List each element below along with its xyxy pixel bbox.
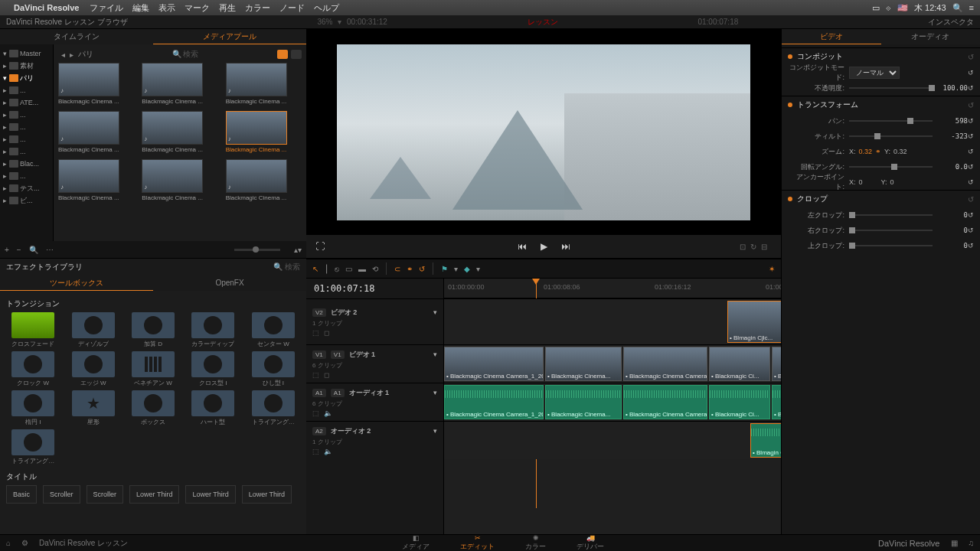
clip-thumb[interactable]: ♪Blackmagic Cinema ... <box>226 111 302 153</box>
audio-clip[interactable]: • Black... <box>772 385 781 419</box>
clip-thumb[interactable]: ♪Blackmagic Cinema ... <box>142 159 217 201</box>
page-color[interactable]: ✺カラー <box>525 534 546 551</box>
video-clip[interactable]: • Blackmagic Cinema Camera... <box>623 347 707 381</box>
track-a2[interactable]: • Blmagin Cjlc Cin Cin Cer... <box>444 421 781 459</box>
title-preset[interactable]: Lower Third <box>242 485 292 504</box>
wifi-icon[interactable]: ⟐ <box>886 3 891 12</box>
next-clip-icon[interactable]: ⏭ <box>561 241 570 252</box>
ripple-icon[interactable]: ↺ <box>419 265 425 273</box>
audio-clip[interactable]: • Blackmagic Cinema Camera_1_201... <box>444 385 544 419</box>
overwrite-icon[interactable]: ▬ <box>358 265 366 273</box>
crop-top-slider[interactable] <box>849 245 933 246</box>
clip-thumb[interactable]: ♪Blackmagic Cinema ... <box>142 111 217 153</box>
title-preset[interactable]: Scroller <box>43 485 80 504</box>
video-clip[interactable]: • Blackmagic Ci... <box>709 347 770 381</box>
viewer-zoom[interactable]: 36% <box>317 18 332 26</box>
video-clip[interactable]: • Black... <box>772 347 781 381</box>
add-bin-icon[interactable]: + <box>5 246 9 254</box>
clip-thumb[interactable]: ♪Blackmagic Cinema ... <box>142 63 217 105</box>
mute-icon[interactable]: 🔈 <box>324 409 332 417</box>
tab-openfx[interactable]: OpenFX <box>153 276 306 291</box>
zoom-x-value[interactable]: 0.32 <box>859 148 873 155</box>
fx-item[interactable]: 加算 D <box>126 312 180 348</box>
tab-video[interactable]: ビデオ <box>782 29 881 44</box>
project-settings-icon[interactable]: ⚙ <box>21 539 28 547</box>
fx-item[interactable]: ハート型 <box>186 390 240 426</box>
audio-clip[interactable]: • Blmagin Cjlc Cin Cin Cer... <box>750 423 781 458</box>
spotlight-icon[interactable]: 🔍 <box>952 3 963 13</box>
fx-item[interactable]: カラーディップ <box>186 312 240 348</box>
pan-slider[interactable] <box>849 120 933 122</box>
fx-item[interactable]: クロスフェード <box>6 312 60 348</box>
clip-thumb[interactable]: ♪Blackmagic Cinema ... <box>226 159 302 201</box>
bin-list[interactable]: ▾Master ▸素材 ▾パリ ▸... ▸ATE... ▸... ▸... ▸… <box>0 44 54 241</box>
fx-item[interactable]: トライアングル右 <box>6 429 60 465</box>
disable-icon[interactable]: ◻ <box>324 329 329 337</box>
flag-icon[interactable]: 🇺🇸 <box>897 3 908 13</box>
link-zoom-icon[interactable]: ⚭ <box>875 148 881 155</box>
tab-timeline[interactable]: タイムライン <box>0 29 153 44</box>
notification-icon[interactable]: ≡ <box>969 3 974 12</box>
tab-mediapool[interactable]: メディアプール <box>153 29 306 44</box>
fullscreen-icon[interactable]: ⛶ <box>315 241 325 252</box>
fx-item[interactable]: ボックス <box>126 390 180 426</box>
fx-item[interactable]: ★星形 <box>66 390 119 426</box>
fx-item[interactable]: エッジ W <box>66 351 119 387</box>
composite-mode-select[interactable]: ノーマル <box>849 67 900 79</box>
play-icon[interactable]: ▶ <box>541 241 547 252</box>
opacity-slider[interactable] <box>849 87 933 89</box>
mixer-icon[interactable]: ✶ <box>769 265 775 273</box>
fx-search[interactable]: 🔍 検索 <box>273 262 300 272</box>
track-v1[interactable]: • Blackmagic Cinema Camera_1_201...• Bla… <box>444 344 781 383</box>
track-a1[interactable]: • Blackmagic Cinema Camera_1_201...• Bla… <box>444 383 781 421</box>
search-icon[interactable]: 🔍 <box>29 246 38 254</box>
audio-clip[interactable]: • Blackmagic Ci... <box>709 385 770 419</box>
home-icon[interactable]: ⌂ <box>6 539 11 547</box>
layout-icon[interactable]: ▦ <box>951 539 958 547</box>
rotation-slider[interactable] <box>849 166 933 168</box>
menu-view[interactable]: 表示 <box>158 2 175 14</box>
track-v2[interactable]: • Blmagin Cjlc... <box>444 298 781 344</box>
fx-item[interactable]: クロス型 I <box>186 351 240 387</box>
crop-left-slider[interactable] <box>849 214 933 216</box>
menu-playback[interactable]: 再生 <box>219 2 236 14</box>
reset-icon[interactable]: ↺ <box>968 53 974 61</box>
airplay-icon[interactable]: ▭ <box>872 3 880 13</box>
title-preset[interactable]: Basic <box>6 485 37 504</box>
lock-icon[interactable]: ⬚ <box>312 329 319 337</box>
tilt-slider[interactable] <box>849 135 933 137</box>
menu-color[interactable]: カラー <box>245 2 270 14</box>
clip-thumb[interactable]: ♪Blackmagic Cinema ... <box>58 159 134 201</box>
fx-item[interactable]: トライアングル左 <box>247 390 300 426</box>
tab-audio[interactable]: オーディオ <box>881 29 981 44</box>
clip-thumb[interactable]: ♪Blackmagic Cinema ... <box>226 63 302 105</box>
title-preset[interactable]: Lower Third <box>129 485 179 504</box>
page-deliver[interactable]: 🚚デリバー <box>577 534 604 551</box>
menu-mark[interactable]: マーク <box>185 2 210 14</box>
fx-item[interactable]: ベネチアン W <box>126 351 180 387</box>
timeline-ruler[interactable]: 01:00:00:00 01:00:08:06 01:00:16:12 01:0… <box>444 279 781 298</box>
audio-clip[interactable]: • Blackmagic Cinema Camera... <box>623 385 707 419</box>
anchor-x-value[interactable]: 0 <box>859 178 863 186</box>
title-preset[interactable]: Scroller <box>87 485 124 504</box>
snap-icon[interactable]: ⊂ <box>394 265 400 273</box>
anchor-y-value[interactable]: 0 <box>890 178 894 186</box>
grid-view-icon[interactable] <box>277 50 288 59</box>
crop-right-slider[interactable] <box>849 230 933 231</box>
audio-clip[interactable]: • Blackmagic Cinema... <box>545 385 622 419</box>
video-clip[interactable]: • Blackmagic Cinema... <box>545 347 622 381</box>
thumb-size-slider[interactable] <box>234 249 280 251</box>
tab-toolbox[interactable]: ツールボックス <box>0 276 153 291</box>
nav-back-icon[interactable]: ◂ <box>61 51 65 59</box>
match-frame-icon[interactable]: ⊡ <box>740 243 746 251</box>
zoom-y-value[interactable]: 0.32 <box>893 148 907 155</box>
pointer-tool-icon[interactable]: ↖ <box>312 265 318 273</box>
clock[interactable]: 木 12:43 <box>914 2 946 14</box>
menu-edit[interactable]: 編集 <box>132 2 149 14</box>
audio-icon[interactable]: ♫ <box>969 539 975 547</box>
menu-node[interactable]: ノード <box>279 2 305 14</box>
page-media[interactable]: ◧メディア <box>402 534 430 551</box>
trim-tool-icon[interactable]: ⎋ <box>335 265 339 273</box>
clip-thumb[interactable]: ♪Blackmagic Cinema ... <box>58 111 134 153</box>
flag-icon[interactable]: ⚑ <box>441 265 448 273</box>
